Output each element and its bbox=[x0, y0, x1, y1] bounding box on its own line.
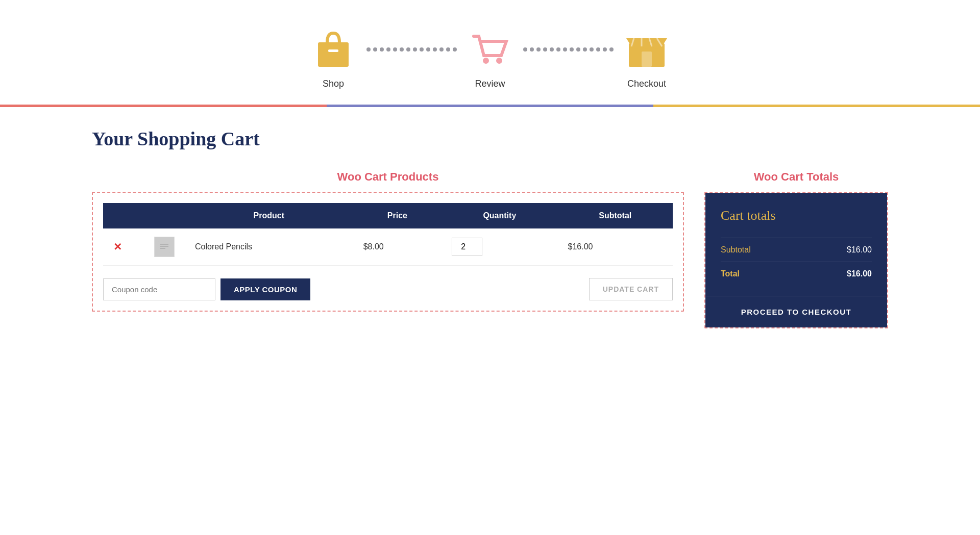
color-bands bbox=[0, 105, 980, 107]
svg-point-3 bbox=[496, 58, 502, 64]
page-title: Your Shopping Cart bbox=[92, 128, 888, 150]
table-row: ✕ bbox=[103, 228, 673, 266]
product-price: $8.00 bbox=[353, 228, 442, 266]
totals-box: Cart totals Subtotal $16.00 Total $16.00… bbox=[704, 192, 888, 328]
coupon-row: APPLY COUPON UPDATE CART bbox=[103, 278, 673, 300]
shop-label: Shop bbox=[323, 79, 344, 89]
col-thumb bbox=[144, 203, 185, 228]
main-content: Your Shopping Cart Woo Cart Products Pro… bbox=[0, 128, 980, 328]
svg-rect-8 bbox=[160, 246, 168, 247]
cart-products-column: Woo Cart Products Product Price Quantity… bbox=[92, 170, 684, 312]
update-cart-button[interactable]: UPDATE CART bbox=[589, 278, 673, 300]
review-label: Review bbox=[475, 79, 505, 89]
subtotal-row: Subtotal $16.00 bbox=[721, 238, 872, 262]
svg-rect-1 bbox=[328, 49, 338, 52]
totals-inner: Cart totals Subtotal $16.00 Total $16.00 bbox=[705, 193, 887, 296]
svg-rect-0 bbox=[318, 42, 349, 67]
svg-rect-7 bbox=[160, 244, 168, 245]
total-label: Total bbox=[721, 269, 740, 278]
checkout-icon bbox=[624, 26, 670, 71]
dots-2 bbox=[523, 47, 614, 68]
subtotal-value: $16.00 bbox=[847, 245, 872, 254]
total-row: Total $16.00 bbox=[721, 262, 872, 286]
band-red bbox=[0, 105, 327, 107]
shop-icon bbox=[310, 26, 356, 71]
col-remove bbox=[103, 203, 144, 228]
col-product: Product bbox=[185, 203, 353, 228]
cart-layout: Woo Cart Products Product Price Quantity… bbox=[92, 170, 888, 328]
step-shop[interactable]: Shop bbox=[310, 26, 356, 89]
col-price: Price bbox=[353, 203, 442, 228]
products-section-heading: Woo Cart Products bbox=[92, 170, 684, 184]
products-box: Product Price Quantity Subtotal ✕ bbox=[92, 192, 684, 312]
product-thumbnail bbox=[154, 237, 175, 257]
checkout-label: Checkout bbox=[627, 79, 666, 89]
remove-item-button[interactable]: ✕ bbox=[113, 241, 122, 252]
step-checkout[interactable]: Checkout bbox=[624, 26, 670, 89]
review-icon bbox=[467, 26, 513, 71]
svg-rect-5 bbox=[642, 52, 652, 67]
proceed-to-checkout-button[interactable]: PROCEED TO CHECKOUT bbox=[705, 296, 887, 327]
product-name: Colored Pencils bbox=[185, 228, 353, 266]
cart-table: Product Price Quantity Subtotal ✕ bbox=[103, 203, 673, 266]
cart-totals-column: Woo Cart Totals Cart totals Subtotal $16… bbox=[704, 170, 888, 328]
quantity-input[interactable] bbox=[452, 238, 482, 256]
total-value: $16.00 bbox=[847, 269, 872, 278]
col-quantity: Quantity bbox=[442, 203, 557, 228]
svg-rect-9 bbox=[160, 248, 165, 249]
band-gold bbox=[653, 105, 980, 107]
coupon-input[interactable] bbox=[103, 278, 215, 300]
svg-point-2 bbox=[483, 58, 489, 64]
totals-section-heading: Woo Cart Totals bbox=[704, 170, 888, 184]
product-subtotal: $16.00 bbox=[558, 228, 673, 266]
progress-steps: Shop Review bbox=[0, 0, 980, 105]
step-review[interactable]: Review bbox=[467, 26, 513, 89]
subtotal-label: Subtotal bbox=[721, 245, 751, 254]
cart-totals-title: Cart totals bbox=[721, 208, 872, 223]
dots-1 bbox=[366, 47, 457, 68]
apply-coupon-button[interactable]: APPLY COUPON bbox=[220, 278, 310, 300]
band-purple bbox=[327, 105, 653, 107]
col-subtotal: Subtotal bbox=[558, 203, 673, 228]
